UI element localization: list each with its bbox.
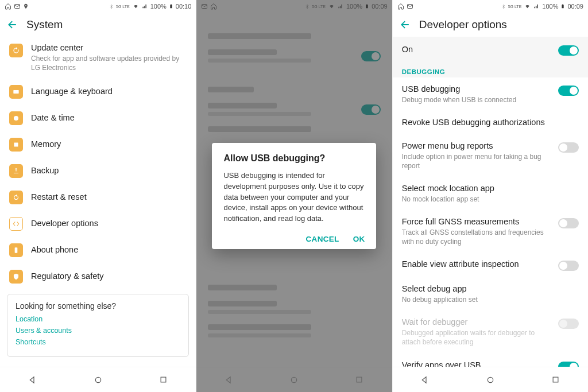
item-title: Revoke USB debugging authorizations <box>402 117 579 128</box>
link-users-accounts[interactable]: Users & accounts <box>16 327 180 335</box>
pane-usb-dialog: 5G LTE 100% 00:09 Allow USB debugging? U… <box>196 0 392 392</box>
item-select-debug-app[interactable]: Select debug app No debug application se… <box>393 277 588 311</box>
toggle-usb-debugging[interactable] <box>558 86 579 96</box>
toggle-view-attr-inspection[interactable] <box>558 261 579 271</box>
svg-rect-1 <box>170 5 172 8</box>
item-verify-apps-over-usb[interactable]: Verify apps over USB Check apps installe… <box>393 354 588 367</box>
item-sub: Include option in power menu for taking … <box>402 152 550 170</box>
nav-home-icon[interactable] <box>485 374 496 386</box>
item-select-mock-location[interactable]: Select mock location app No mock locatio… <box>393 177 588 210</box>
toggle-wait-for-debugger <box>558 319 579 329</box>
svg-rect-8 <box>161 377 166 382</box>
svg-rect-15 <box>562 5 564 8</box>
backup-icon <box>9 164 23 178</box>
item-wait-for-debugger: Wait for debugger Debugged application w… <box>393 311 588 353</box>
svg-rect-6 <box>15 248 18 253</box>
item-title: Memory <box>31 139 187 150</box>
toggle-power-menu-bug-reports[interactable] <box>558 142 579 153</box>
memory-icon <box>9 138 23 152</box>
item-power-menu-bug-reports[interactable]: Power menu bug reports Include option in… <box>393 134 588 177</box>
item-title: Force full GNSS measurements <box>402 216 550 227</box>
phone-icon <box>9 243 23 257</box>
nav-back-icon[interactable] <box>27 374 38 386</box>
card-title: Looking for something else? <box>16 301 180 311</box>
location-icon <box>23 3 29 10</box>
bluetooth-icon <box>109 3 114 10</box>
svg-point-7 <box>95 377 100 382</box>
signal-icon <box>533 3 540 9</box>
item-update-center[interactable]: Update center Check for app and software… <box>0 37 196 78</box>
keyboard-icon <box>9 85 23 99</box>
item-title: Wait for debugger <box>402 317 550 328</box>
link-location[interactable]: Location <box>16 315 180 323</box>
item-memory[interactable]: Memory <box>0 131 196 157</box>
item-title: USB debugging <box>402 84 550 95</box>
item-restart-reset[interactable]: Restart & reset <box>0 184 196 210</box>
item-title: Select debug app <box>402 284 579 294</box>
settings-list: Update center Check for app and software… <box>0 37 196 367</box>
item-sub: Debugged application waits for debugger … <box>402 328 550 347</box>
item-title: About phone <box>31 244 187 255</box>
svg-rect-2 <box>171 4 171 5</box>
item-title: Power menu bug reports <box>402 141 550 152</box>
header: System <box>0 13 196 37</box>
item-sub: Debug mode when USB is connected <box>402 95 550 104</box>
item-title: Language & keyboard <box>31 86 187 97</box>
battery-percent: 100% <box>542 3 558 10</box>
item-title: Select mock location app <box>402 183 579 194</box>
clock-icon <box>9 111 23 125</box>
item-language-keyboard[interactable]: Language & keyboard <box>0 78 196 104</box>
nav-back-icon[interactable] <box>419 374 431 386</box>
item-title: Verify apps over USB <box>402 360 550 367</box>
item-sub: Track all GNSS constellations and freque… <box>402 228 550 246</box>
toggle-verify-apps-over-usb[interactable] <box>558 362 579 367</box>
svg-point-4 <box>14 116 18 121</box>
master-toggle-row[interactable]: On <box>393 37 588 63</box>
nav-back-icon[interactable] <box>223 374 235 386</box>
toggle-force-full-gnss[interactable] <box>558 218 579 228</box>
svg-rect-5 <box>14 143 18 147</box>
item-sub: Check for app and software updates provi… <box>31 54 187 72</box>
svg-point-17 <box>488 377 493 382</box>
item-sub: No debug application set <box>402 295 579 304</box>
page-title: System <box>26 18 63 31</box>
item-about-phone[interactable]: About phone <box>0 236 196 263</box>
item-date-time[interactable]: Date & time <box>0 104 196 131</box>
nav-home-icon[interactable] <box>288 374 300 386</box>
master-toggle[interactable] <box>558 45 579 56</box>
item-title: Backup <box>31 165 187 176</box>
link-shortcuts[interactable]: Shortcuts <box>16 338 180 346</box>
back-icon[interactable] <box>400 19 411 30</box>
status-bar: 5G LTE 100% 00:09 <box>393 0 588 13</box>
item-developer-options[interactable]: Developer options <box>0 210 196 236</box>
item-title: Update center <box>31 42 187 53</box>
item-revoke-usb-auth[interactable]: Revoke USB debugging authorizations <box>393 111 588 134</box>
item-title: Regulatory & safety <box>31 271 187 282</box>
nav-recent-icon[interactable] <box>157 374 169 386</box>
item-title: Restart & reset <box>31 192 187 203</box>
item-title: Enable view attribute inspection <box>402 259 550 270</box>
item-backup[interactable]: Backup <box>0 157 196 184</box>
ok-button[interactable]: OK <box>353 235 365 243</box>
pane-developer-options: 5G LTE 100% 00:09 Developer options On D… <box>392 0 588 392</box>
item-usb-debugging[interactable]: USB debugging Debug mode when USB is con… <box>393 77 588 111</box>
item-regulatory-safety[interactable]: Regulatory & safety <box>0 263 196 289</box>
svg-rect-18 <box>553 377 558 382</box>
header: Developer options <box>393 13 588 37</box>
home-icon <box>397 3 404 10</box>
item-sub: No mock location app set <box>402 195 579 204</box>
item-title: Developer options <box>31 218 187 229</box>
mail-icon <box>14 3 21 10</box>
nav-recent-icon[interactable] <box>354 374 365 386</box>
svg-point-12 <box>292 377 297 382</box>
wifi-icon <box>524 3 531 9</box>
back-icon[interactable] <box>7 19 18 30</box>
dialog-title: Allow USB debugging? <box>223 153 365 164</box>
nav-home-icon[interactable] <box>92 374 104 386</box>
item-enable-view-attr-inspection[interactable]: Enable view attribute inspection <box>393 253 588 277</box>
signal-icon <box>142 3 148 9</box>
svg-rect-16 <box>563 4 563 5</box>
nav-recent-icon[interactable] <box>550 374 561 386</box>
item-force-full-gnss[interactable]: Force full GNSS measurements Track all G… <box>393 210 588 253</box>
cancel-button[interactable]: CANCEL <box>306 235 339 243</box>
